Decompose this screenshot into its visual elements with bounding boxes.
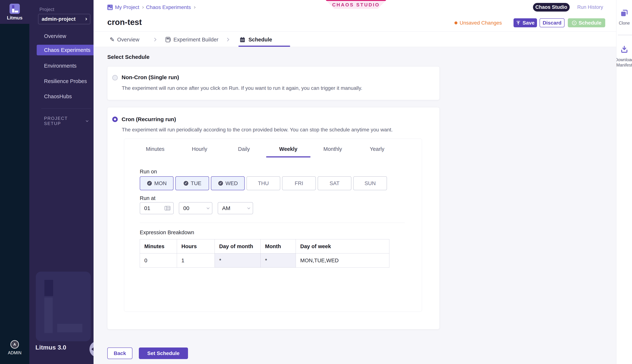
cron-tab-minutes[interactable]: Minutes xyxy=(133,146,177,152)
cron-active-tab-underline xyxy=(266,156,311,158)
chevron-down-icon xyxy=(86,119,88,122)
save-label: Save xyxy=(522,20,534,26)
user-avatar[interactable]: A xyxy=(11,340,19,348)
day-button-sun[interactable]: SUN xyxy=(353,176,387,190)
cron-tab-yearly[interactable]: Yearly xyxy=(355,146,399,152)
select-schedule-title: Select Schedule xyxy=(107,54,150,60)
day-button-mon[interactable]: ✓ MON xyxy=(140,176,174,190)
table-value-row: 0 1 * * MON,TUE,WED xyxy=(140,254,389,268)
litmus-mini-logo-icon xyxy=(107,4,113,10)
schedule-button[interactable]: Schedule xyxy=(568,18,605,27)
minute-select[interactable]: 00 xyxy=(179,202,212,214)
experiment-builder-icon xyxy=(165,36,171,43)
check-icon: ✓ xyxy=(147,180,152,186)
tab-overview[interactable]: Overview xyxy=(117,37,139,43)
sidebar-item-chaos-experiments[interactable]: Chaos Experiments xyxy=(37,45,94,55)
non-cron-description: The experiment will run once after you c… xyxy=(122,85,362,91)
left-rail: Litmus A ADMIN xyxy=(0,0,29,364)
cron-tab-weekly[interactable]: Weekly xyxy=(266,146,311,152)
project-select-value: admin-project xyxy=(42,16,76,22)
col-day-of-month: Day of month xyxy=(215,239,261,254)
project-setup-toggle[interactable]: PROJECT SETUP xyxy=(44,116,88,126)
back-button[interactable]: Back xyxy=(107,348,132,359)
non-cron-option-card[interactable]: Non-Cron (Single run) The experiment wil… xyxy=(107,66,440,100)
app-root: Litmus A ADMIN Project admin-project Ove… xyxy=(0,0,632,364)
chevron-right-icon xyxy=(153,38,157,42)
cron-radio[interactable] xyxy=(112,116,118,122)
tab-experiment-builder[interactable]: Experiment Builder xyxy=(174,37,218,43)
sidebar-item-label: Chaos Experiments xyxy=(44,47,91,53)
discard-button[interactable]: Discard xyxy=(539,18,564,27)
view-toggle-run-history[interactable]: Run History xyxy=(573,3,607,12)
chevron-right-icon xyxy=(226,38,229,42)
status-text: Unsaved Changes xyxy=(460,20,502,26)
expression-breakdown-table: Minutes Hours Day of month Month Day of … xyxy=(140,239,389,268)
active-tab-underline xyxy=(238,46,290,47)
clone-label: Clone xyxy=(616,20,632,26)
col-day-of-week: Day of week xyxy=(296,239,389,254)
clone-icon xyxy=(620,9,628,18)
chevron-right-icon xyxy=(141,6,144,8)
page-title: cron-test xyxy=(107,18,142,27)
breadcrumb-my-project[interactable]: My Project xyxy=(115,4,139,10)
hour-field[interactable] xyxy=(140,202,174,214)
meridiem-value: AM xyxy=(222,205,230,211)
download-manifest-button[interactable] xyxy=(616,45,632,54)
non-cron-radio[interactable] xyxy=(112,75,118,80)
set-schedule-button[interactable]: Set Schedule xyxy=(139,348,188,359)
right-action-rail: Clone Download Manifest xyxy=(616,0,632,364)
project-select[interactable]: admin-project xyxy=(38,14,90,24)
col-hours: Hours xyxy=(177,239,215,254)
pencil-icon: ✎ xyxy=(110,36,115,43)
user-role-label: ADMIN xyxy=(0,350,29,356)
day-selector: ✓ MON ✓ TUE ✓ WED THU FRI SAT xyxy=(140,176,387,190)
sidebar-item-label: Environments xyxy=(44,63,77,69)
sidebar-item-chaoshubs[interactable]: ChaosHubs xyxy=(29,91,94,102)
breadcrumb-chaos-experiments[interactable]: Chaos Experiments xyxy=(146,4,191,10)
avatar-initial: A xyxy=(14,342,16,346)
time-selector: 00 AM xyxy=(140,202,253,214)
cron-tab-daily[interactable]: Daily xyxy=(222,146,266,152)
hour-input[interactable] xyxy=(144,205,164,211)
value-day-of-week: MON,TUE,WED xyxy=(296,254,389,268)
meridiem-select[interactable]: AM xyxy=(218,202,253,214)
view-toggle-chaos-studio[interactable]: Chaos Studio xyxy=(533,3,570,12)
step-tabs: ✎ Overview Experiment Builder Schedule xyxy=(110,34,272,45)
day-label: WED xyxy=(225,180,238,186)
cron-option-card: Cron (Recurring run) The experiment will… xyxy=(107,107,440,329)
litmus-logo-icon xyxy=(10,4,20,14)
cron-tab-hourly[interactable]: Hourly xyxy=(177,146,222,152)
unsaved-changes-status: Unsaved Changes xyxy=(454,18,502,27)
day-label: THU xyxy=(258,180,269,186)
value-hours: 1 xyxy=(177,254,215,268)
breadcrumb: My Project Chaos Experiments xyxy=(107,4,196,11)
toggle-active-label: Chaos Studio xyxy=(535,4,567,10)
chevron-right-icon xyxy=(85,18,87,20)
clone-button[interactable] xyxy=(616,9,632,18)
chaos-studio-banner: CHAOS STUDIO xyxy=(326,0,386,9)
cron-builder-card: Minutes Hourly Daily Weekly Monthly Year… xyxy=(124,138,422,312)
toggle-inactive-label: Run History xyxy=(577,4,603,10)
cron-tab-monthly[interactable]: Monthly xyxy=(311,146,355,152)
project-label: Project xyxy=(40,6,54,12)
day-label: TUE xyxy=(191,180,201,186)
sidebar-item-overview[interactable]: Overview xyxy=(29,31,94,42)
chevron-right-icon xyxy=(193,6,196,8)
day-button-thu[interactable]: THU xyxy=(247,176,280,190)
run-at-label: Run at xyxy=(140,195,155,201)
day-label: MON xyxy=(154,180,167,186)
save-button[interactable]: Save xyxy=(513,18,537,27)
tab-schedule[interactable]: Schedule xyxy=(249,37,272,43)
day-button-tue[interactable]: ✓ TUE xyxy=(175,176,209,190)
litmus-watermark-logo xyxy=(36,272,91,341)
calendar-icon xyxy=(239,36,246,43)
sidebar-item-label: ChaosHubs xyxy=(44,94,72,100)
day-button-wed[interactable]: ✓ WED xyxy=(211,176,245,190)
banner-text: CHAOS STUDIO xyxy=(332,2,380,8)
litmus-brand[interactable]: Litmus xyxy=(0,0,29,24)
sidebar-item-resilience-probes[interactable]: Resilience Probes xyxy=(29,76,94,86)
day-button-sat[interactable]: SAT xyxy=(318,176,351,190)
day-button-fri[interactable]: FRI xyxy=(282,176,316,190)
cron-title: Cron (Recurring run) xyxy=(122,116,176,122)
sidebar-item-environments[interactable]: Environments xyxy=(29,60,94,71)
